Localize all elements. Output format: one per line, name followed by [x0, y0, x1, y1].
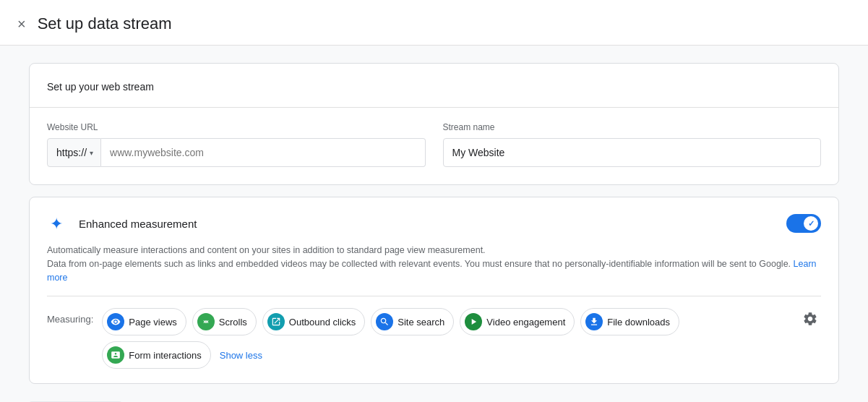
page-container: × Set up data stream Set up your web str…: [0, 0, 868, 402]
badge-page-views-label: Page views: [129, 317, 176, 328]
outbound-clicks-icon: [267, 313, 285, 330]
settings-gear-icon[interactable]: [799, 308, 821, 330]
svg-text:✦: ✦: [50, 215, 63, 233]
stream-name-label: Stream name: [443, 122, 822, 132]
chevron-down-icon: ▾: [90, 149, 93, 157]
url-input[interactable]: [101, 138, 425, 167]
badge-file-downloads-label: File downloads: [607, 317, 670, 328]
file-downloads-icon: [585, 313, 603, 330]
enhanced-measurement-icon: ✦: [47, 212, 70, 235]
measuring-badges: Page views Scrolls Outboun: [102, 308, 791, 369]
main-content: Set up your web stream Website URL https…: [0, 46, 868, 402]
badge-video-engagement-label: Video engagement: [486, 317, 565, 328]
form-row: Website URL https:// ▾ Stream name: [47, 122, 821, 167]
badge-scrolls-label: Scrolls: [219, 317, 247, 328]
enhanced-toggle[interactable]: ✓: [786, 214, 821, 233]
badge-form-interactions: Form interactions: [102, 341, 210, 369]
enhanced-header: ✦ Enhanced measurement ✓: [47, 212, 821, 235]
url-input-row: https:// ▾: [47, 138, 426, 167]
protocol-dropdown[interactable]: https:// ▾: [47, 138, 101, 167]
badge-site-search: Site search: [371, 308, 454, 335]
badge-outbound-clicks: Outbound clicks: [262, 308, 366, 335]
show-less-link[interactable]: Show less: [217, 346, 265, 365]
toggle-thumb: ✓: [804, 216, 818, 231]
form-interactions-icon: [107, 346, 124, 364]
enhanced-description: Automatically measure interactions and c…: [47, 244, 821, 284]
protocol-value: https://: [56, 147, 87, 158]
enhanced-title: Enhanced measurement: [79, 218, 197, 230]
site-search-icon: [376, 313, 393, 330]
web-stream-card: Set up your web stream Website URL https…: [29, 63, 839, 185]
measuring-row: Measuring: Page views Scroll: [47, 308, 821, 369]
close-icon[interactable]: ×: [17, 17, 26, 31]
page-views-icon: [107, 313, 124, 330]
enhanced-divider: [47, 296, 821, 296]
stream-name-group: Stream name: [443, 122, 822, 167]
web-stream-title: Set up your web stream: [47, 81, 821, 93]
header: × Set up data stream: [0, 0, 868, 46]
card-divider: [30, 107, 838, 108]
url-label: Website URL: [47, 122, 426, 132]
badge-file-downloads: File downloads: [580, 308, 679, 335]
video-engagement-icon: [465, 313, 482, 330]
badge-form-interactions-label: Form interactions: [129, 350, 201, 361]
measuring-label: Measuring:: [47, 308, 93, 325]
badge-outbound-clicks-label: Outbound clicks: [289, 317, 356, 328]
enhanced-header-left: ✦ Enhanced measurement: [47, 212, 197, 235]
stream-name-input[interactable]: [443, 138, 822, 167]
scrolls-icon: [197, 313, 215, 330]
badge-site-search-label: Site search: [398, 317, 444, 328]
page-title: Set up data stream: [38, 14, 172, 33]
toggle-track: ✓: [786, 214, 821, 233]
badge-scrolls: Scrolls: [192, 308, 257, 335]
enhanced-measurement-card: ✦ Enhanced measurement ✓ Automatically m…: [29, 197, 839, 384]
url-group: Website URL https:// ▾: [47, 122, 426, 167]
badge-page-views: Page views: [102, 308, 186, 335]
toggle-check-icon: ✓: [808, 219, 815, 228]
badge-video-engagement: Video engagement: [460, 308, 575, 335]
